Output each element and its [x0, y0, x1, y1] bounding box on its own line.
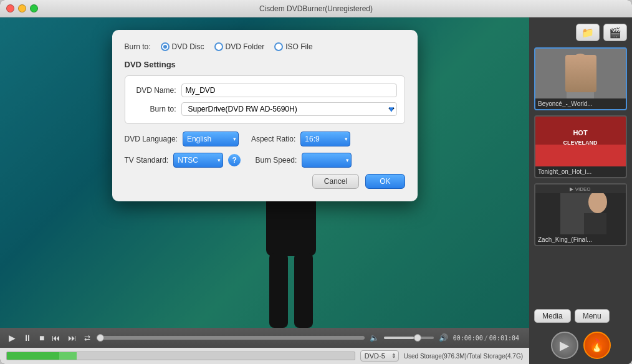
main-window: Cisdem DVDBurner(Unregistered)	[0, 0, 632, 364]
svg-text:CLEVELAND: CLEVELAND	[563, 140, 598, 146]
dvd-folder-option[interactable]: DVD Folder	[214, 42, 265, 51]
current-time: 00:00:00	[453, 335, 483, 342]
volume-slider[interactable]	[384, 337, 434, 339]
volume-fill	[384, 337, 414, 339]
burn-to-row2: Burn to: SuperDrive(DVD RW AD-5690H) ▾	[133, 102, 397, 116]
iso-file-option[interactable]: ISO File	[274, 42, 312, 51]
next-button[interactable]: ⏭	[67, 332, 78, 344]
list-item[interactable]: Beyoncé_-_World...	[534, 47, 627, 110]
volume-min-icon: 🔈	[370, 333, 379, 342]
menu-button[interactable]: Menu	[575, 309, 610, 323]
play-button[interactable]: ▶	[7, 332, 17, 344]
pause-button[interactable]: ⏸	[22, 332, 33, 344]
total-time: 00:01:04	[489, 335, 519, 342]
thumbnail-image: HOT CLEVELAND	[535, 117, 626, 166]
transport-section: ▶ ⏸ ■ ⏮ ⏭ ⇄ 🔈 🔊 00:00:00 /	[0, 328, 529, 348]
shuffle-button[interactable]: ⇄	[83, 332, 92, 343]
dvd-name-input[interactable]	[181, 84, 397, 97]
add-video-button[interactable]: 🎬	[603, 24, 627, 41]
svg-rect-6	[535, 49, 626, 98]
sidebar-play-burn-row: ▶ 🔥	[551, 332, 611, 359]
tvstandard-burnspeed-row: TV Standard: NTSC PAL ▾ ? Burn	[125, 153, 405, 168]
title-bar: Cisdem DVDBurner(Unregistered)	[0, 0, 632, 17]
tv-standard-select-wrapper: NTSC PAL ▾	[173, 153, 223, 168]
list-item[interactable]: ▶ VIDEO Zach_King_(Final...	[534, 183, 627, 246]
svg-point-15	[588, 191, 607, 213]
burn-speed-col: Burn Speed: ▾	[253, 153, 352, 168]
aspect-ratio-select[interactable]: 16:9 4:3	[300, 132, 350, 146]
dvd-folder-label: DVD Folder	[226, 42, 265, 51]
burn-settings-dialog: Burn to: DVD Disc DVD Folder	[112, 30, 418, 201]
volume-knob[interactable]	[414, 334, 421, 342]
preview-play-button[interactable]: ▶	[551, 332, 578, 359]
thumbnail-image	[535, 49, 626, 98]
iso-file-radio[interactable]	[274, 42, 283, 51]
sidebar-toolbar: 📁 🎬	[534, 22, 627, 42]
svg-rect-8	[567, 80, 594, 98]
storage-bar	[6, 352, 355, 360]
dvd-language-label: DVD Language:	[125, 135, 178, 143]
prev-button[interactable]: ⏮	[50, 332, 62, 344]
burn-speed-label: Burn Speed:	[253, 156, 297, 165]
dvd-disc-radio[interactable]	[161, 42, 170, 51]
dialog-overlay: Burn to: DVD Disc DVD Folder	[0, 17, 529, 328]
svg-rect-16	[584, 213, 606, 234]
list-item[interactable]: HOT CLEVELAND Tonight_on_Hot_i...	[534, 115, 627, 178]
dvd-name-row: DVD Name:	[133, 84, 397, 97]
storage-label: Used Storage(976.3M)/Total Storage(4.7G)	[404, 353, 523, 360]
cancel-button[interactable]: Cancel	[312, 174, 359, 189]
language-col: DVD Language: English ▾	[125, 132, 239, 146]
storage-fill-extra	[59, 352, 77, 360]
dvd-type-select[interactable]: DVD-5 DVD-9	[360, 350, 399, 362]
video-icon: 🎬	[609, 27, 621, 39]
thumbnail-preview: HOT CLEVELAND	[535, 117, 626, 166]
svg-text:▶ VIDEO: ▶ VIDEO	[570, 186, 590, 192]
minimize-button[interactable]	[18, 4, 26, 12]
time-display: 00:00:00 / 00:01:04	[453, 335, 522, 342]
svg-text:HOT: HOT	[573, 129, 588, 136]
bottom-bar: ▶ ⏸ ■ ⏮ ⏭ ⇄ 🔈 🔊 00:00:00 /	[0, 328, 632, 364]
burn-speed-select[interactable]	[302, 153, 352, 168]
storage-fill-used	[7, 352, 59, 360]
tv-standard-label: TV Standard:	[125, 156, 169, 165]
burn-flame-icon: 🔥	[589, 338, 605, 353]
dvd-type-wrapper: DVD-5 DVD-9 ⇕	[360, 350, 399, 362]
video-area: Burn to: DVD Disc DVD Folder	[0, 17, 529, 328]
storage-row: DVD-5 DVD-9 ⇕ Used Storage(976.3M)/Total…	[0, 348, 529, 364]
settings-box: DVD Name: Burn to: SuperDrive(DVD RW AD-…	[125, 75, 405, 124]
burn-to-select[interactable]: SuperDrive(DVD RW AD-5690H)	[181, 102, 397, 116]
add-files-button[interactable]: 📁	[576, 24, 600, 41]
language-select-wrapper: English ▾	[183, 132, 239, 146]
sidebar: 📁 🎬 Beyoncé_-_World...	[529, 17, 632, 328]
sidebar-media-menu: Media Menu	[534, 309, 627, 323]
media-button[interactable]: Media	[534, 309, 571, 323]
thumbnail-image: ▶ VIDEO	[535, 184, 626, 234]
maximize-button[interactable]	[30, 4, 38, 12]
burn-to-label: Burn to:	[125, 42, 151, 51]
stop-button[interactable]: ■	[38, 332, 45, 344]
thumbnail-preview	[535, 49, 626, 98]
burn-button[interactable]: 🔥	[583, 332, 611, 359]
dvd-folder-radio[interactable]	[214, 42, 223, 51]
dvd-disc-option[interactable]: DVD Disc	[161, 42, 204, 51]
svg-point-7	[569, 54, 591, 81]
tv-standard-col: TV Standard: NTSC PAL ▾ ?	[125, 153, 241, 168]
volume-max-icon: 🔊	[439, 333, 448, 342]
progress-knob[interactable]	[97, 334, 104, 342]
dialog-buttons: Cancel OK	[125, 174, 405, 189]
dvd-disc-label: DVD Disc	[172, 42, 204, 51]
thumbnail-list: Beyoncé_-_World... HOT CLEVELAND Tonight…	[534, 47, 627, 304]
help-button[interactable]: ?	[228, 154, 241, 166]
dvd-settings-title: DVD Settings	[125, 60, 405, 69]
thumbnail-preview: ▶ VIDEO	[535, 184, 626, 234]
close-button[interactable]	[6, 4, 14, 12]
sidebar-bottom-section: ▶ 🔥	[529, 328, 632, 364]
ok-button[interactable]: OK	[365, 174, 405, 189]
language-aspect-row: DVD Language: English ▾ Aspect Ratio:	[125, 132, 405, 146]
main-content: Burn to: DVD Disc DVD Folder	[0, 17, 632, 328]
dvd-language-select[interactable]: English	[183, 132, 239, 146]
progress-bar[interactable]	[97, 336, 364, 340]
tv-standard-select[interactable]: NTSC PAL	[173, 153, 223, 168]
burn-to-select-wrapper: SuperDrive(DVD RW AD-5690H) ▾	[181, 102, 397, 116]
burn-speed-select-wrapper: ▾	[302, 153, 352, 168]
